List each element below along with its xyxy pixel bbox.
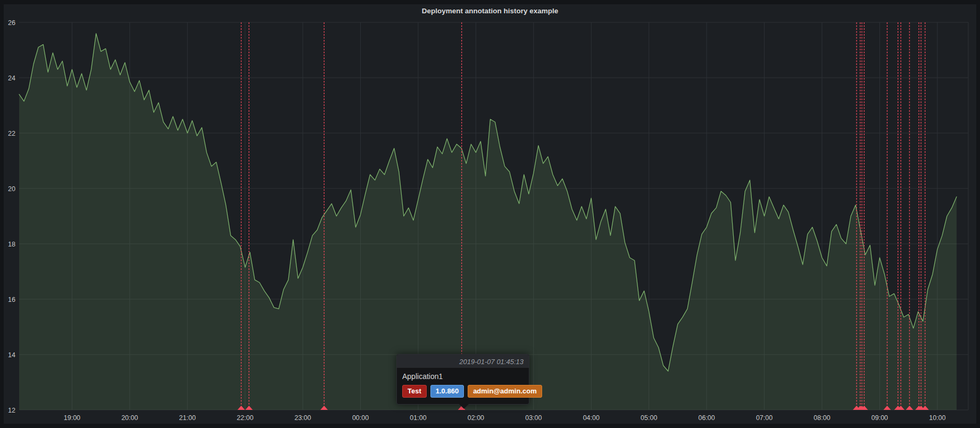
y-tick-label: 12 xyxy=(8,407,15,414)
x-tick-label: 21:00 xyxy=(179,414,196,422)
x-tick-label: 10:00 xyxy=(929,414,945,422)
annotation-tooltip: 2019-01-07 01:45:13 Application1 Test1.0… xyxy=(396,354,529,405)
x-tick-label: 08:00 xyxy=(813,414,830,422)
x-tick-label: 02:00 xyxy=(468,414,484,422)
tooltip-title: Application1 xyxy=(402,372,524,381)
y-tick-label: 16 xyxy=(8,296,15,303)
y-tick-label: 14 xyxy=(8,351,15,359)
tag-badge: admin@admin.com xyxy=(468,385,542,398)
plot-area[interactable] xyxy=(19,22,968,410)
x-tick-label: 00:00 xyxy=(352,414,369,422)
y-tick-label: 18 xyxy=(8,241,15,248)
x-tick-label: 09:00 xyxy=(871,414,888,422)
x-tick-label: 01:00 xyxy=(410,414,426,422)
x-tick-label: 20:00 xyxy=(121,414,138,422)
tooltip-body: Application1 Test1.0.860admin@admin.com xyxy=(397,368,529,398)
tooltip-header: 2019-01-07 01:45:13 xyxy=(397,355,529,368)
x-tick-label: 06:00 xyxy=(698,414,715,422)
tooltip-tags: Test1.0.860admin@admin.com xyxy=(402,385,524,398)
tag-badge: 1.0.860 xyxy=(430,385,464,398)
y-tick-label: 26 xyxy=(8,19,15,27)
x-tick-label: 22:00 xyxy=(237,414,253,422)
x-tick-label: 03:00 xyxy=(525,414,542,422)
x-tick-label: 23:00 xyxy=(294,414,311,422)
x-tick-label: 07:00 xyxy=(756,414,773,422)
x-tick-label: 19:00 xyxy=(64,414,80,422)
tooltip-arrow xyxy=(459,404,469,409)
y-tick-label: 24 xyxy=(8,75,15,82)
y-tick-label: 22 xyxy=(8,130,15,137)
x-tick-label: 05:00 xyxy=(641,414,657,422)
tag-badge: Test xyxy=(402,385,427,398)
tooltip-timestamp: 2019-01-07 01:45:13 xyxy=(459,358,524,366)
x-tick-label: 04:00 xyxy=(583,414,600,422)
page: { "panel": { "title": "Deployment annota… xyxy=(0,0,980,428)
y-tick-label: 20 xyxy=(8,185,15,193)
